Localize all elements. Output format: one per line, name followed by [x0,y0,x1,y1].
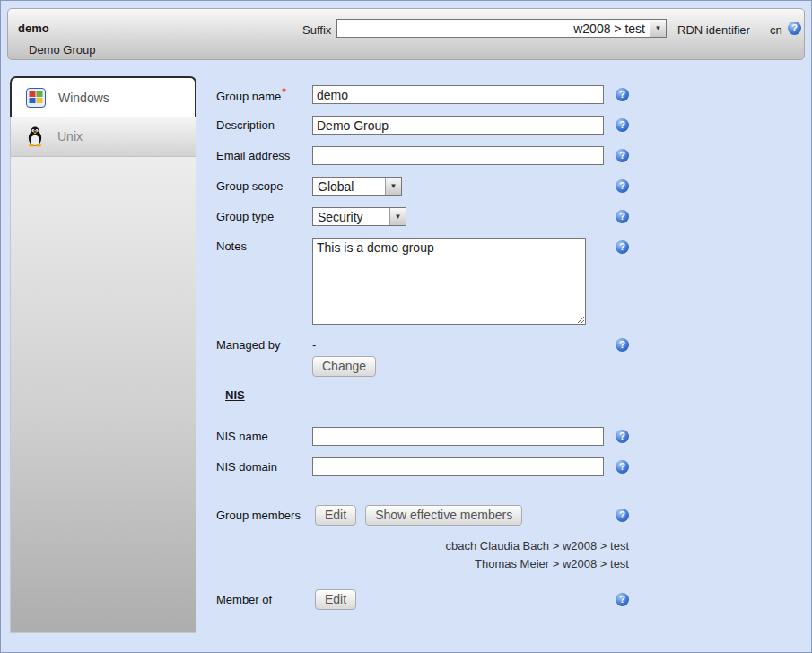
suffix-label: Suffix [302,23,331,37]
group-members-list: cbach Claudia Bach > w2008 > test Thomas… [216,537,629,573]
nis-domain-label: NIS domain [216,460,312,474]
help-icon[interactable]: ? [616,460,629,474]
suffix-select[interactable]: w2008 > test ▼ [336,19,667,38]
group-form: Group name* ? Description ? Email addres… [216,85,629,622]
description-input[interactable] [312,116,604,135]
rdn-identifier-label: RDN identifier [677,23,750,37]
member-of-row: Member of Edit ? [216,589,629,610]
chevron-down-icon[interactable]: ▼ [385,178,401,195]
email-row: Email address ? [216,146,629,165]
group-name-label: Group name* [216,86,312,103]
nis-section-header: NIS [216,388,663,405]
notes-label: Notes [216,239,312,253]
help-icon[interactable]: ? [616,88,629,101]
required-marker: * [282,86,286,99]
chevron-down-icon[interactable]: ▼ [650,20,666,37]
suffix-select-value: w2008 > test [337,20,650,37]
help-icon[interactable]: ? [616,430,629,443]
group-scope-label: Group scope [216,179,312,193]
managed-by-label: Managed by [216,338,312,352]
help-icon[interactable]: ? [616,210,629,223]
tab-windows[interactable]: Windows [10,76,196,117]
sidebar-panel [10,157,196,633]
rdn-identifier-value: cn [770,23,782,37]
group-members-row: Group members Edit Show effective member… [216,505,629,526]
notes-row: Notes This is a demo group ? [216,238,629,325]
help-icon[interactable]: ? [616,118,629,132]
page-title: demo [18,22,49,35]
nis-domain-input[interactable] [312,457,604,476]
tab-windows-label: Windows [58,91,109,105]
group-type-select[interactable]: Security ▼ [312,207,406,226]
help-icon[interactable]: ? [616,509,629,522]
group-name-row: Group name* ? [216,85,629,104]
show-effective-members-button[interactable]: Show effective members [365,505,522,526]
group-type-label: Group type [216,210,312,223]
help-icon[interactable]: ? [616,179,629,193]
managed-by-value: - [312,338,316,352]
group-type-value: Security [313,208,389,225]
change-button[interactable]: Change [312,356,376,377]
help-icon[interactable]: ? [616,338,629,352]
member-of-label: Member of [216,593,306,606]
member-entry: cbach Claudia Bach > w2008 > test [216,537,629,555]
notes-textarea[interactable]: This is a demo group [312,238,586,325]
group-scope-value: Global [313,178,385,195]
description-label: Description [216,118,312,132]
header-bar: demo Demo Group Suffix w2008 > test ▼ RD… [7,8,805,60]
tab-unix[interactable]: Unix [10,117,196,157]
chevron-down-icon[interactable]: ▼ [389,208,406,225]
module-tabs-sidebar: Windows Unix [10,76,196,633]
group-members-label: Group members [216,509,306,522]
group-scope-select[interactable]: Global ▼ [312,177,402,196]
managed-by-change-row: Change [216,356,629,377]
nis-name-label: NIS name [216,430,312,443]
email-input[interactable] [312,146,604,165]
windows-logo-icon [26,87,46,109]
nis-name-input[interactable] [312,427,604,446]
group-scope-row: Group scope Global ▼ ? [216,177,629,196]
help-icon[interactable]: ? [788,22,801,35]
email-label: Email address [216,149,312,162]
group-type-row: Group type Security ▼ ? [216,207,629,226]
group-name-input[interactable] [312,85,604,104]
page-subtitle: Demo Group [29,43,95,57]
nis-domain-row: NIS domain ? [216,457,629,476]
nis-name-row: NIS name ? [216,427,629,446]
nis-section-title: NIS [216,388,245,402]
tux-icon [25,126,45,147]
help-icon[interactable]: ? [616,240,629,254]
member-of-edit-button[interactable]: Edit [315,589,356,610]
member-entry: Thomas Meier > w2008 > test [216,555,629,573]
help-icon[interactable]: ? [616,149,629,162]
description-row: Description ? [216,116,629,135]
tab-unix-label: Unix [57,129,83,144]
help-icon[interactable]: ? [616,593,629,606]
group-edit-window: demo Demo Group Suffix w2008 > test ▼ RD… [0,0,812,653]
group-members-edit-button[interactable]: Edit [315,505,356,526]
managed-by-row: Managed by - ? [216,336,629,353]
